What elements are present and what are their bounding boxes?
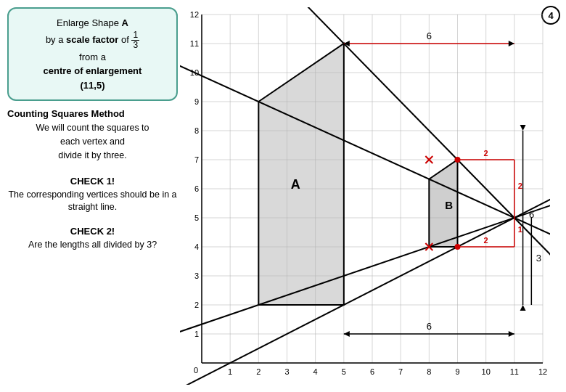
- left-panel: Enlarge Shape A by a scale factor of 1 3…: [7, 7, 178, 251]
- check2-block: CHECK 2! Are the lengths all divided by …: [7, 226, 178, 252]
- method-text: We will count the squares toeach vertex …: [7, 121, 178, 162]
- page-container: 4 Enlarge Shape A by a scale factor of 1…: [0, 0, 566, 392]
- instruction-line1: Enlarge Shape A: [57, 17, 128, 28]
- instruction-box: Enlarge Shape A by a scale factor of 1 3…: [7, 7, 178, 101]
- instruction-line4: from a: [79, 52, 106, 62]
- check1-heading: CHECK 1!: [7, 176, 178, 187]
- centre-label: centre of enlargement: [44, 65, 142, 76]
- check1-text: The corresponding vertices should be in …: [7, 189, 178, 214]
- method-section: Counting Squares Method We will count th…: [7, 108, 178, 162]
- method-heading: Counting Squares Method: [7, 108, 178, 119]
- fraction: 1 3: [131, 30, 139, 50]
- check-section: CHECK 1! The corresponding vertices shou…: [7, 176, 178, 252]
- grid-canvas: [180, 7, 550, 385]
- instruction-line2: by a scale factor of 1 3: [46, 34, 139, 45]
- fraction-denominator: 3: [131, 41, 139, 50]
- fraction-numerator: 1: [131, 30, 139, 41]
- check2-heading: CHECK 2!: [7, 226, 178, 237]
- check1-block: CHECK 1! The corresponding vertices shou…: [7, 176, 178, 214]
- centre-coords: (11,5): [81, 80, 105, 91]
- check2-text: Are the lengths all divided by 3?: [7, 239, 178, 252]
- grid-container: [180, 7, 550, 385]
